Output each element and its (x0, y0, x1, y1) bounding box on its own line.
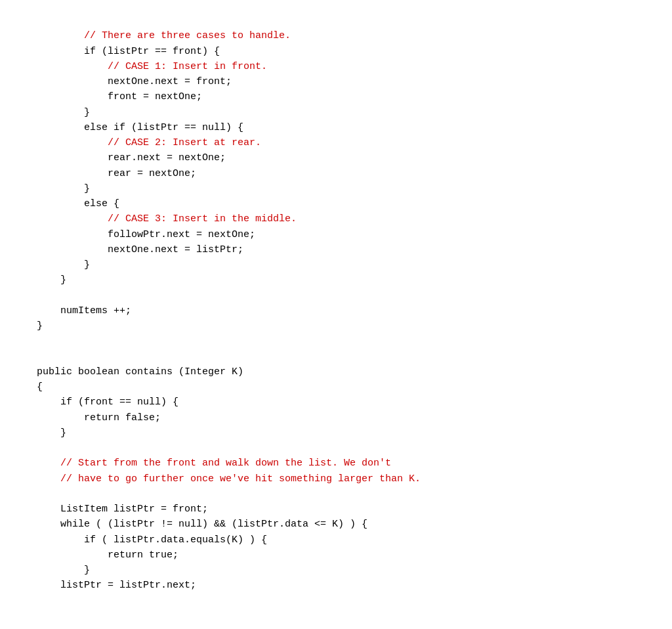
code-line: return false; (13, 410, 659, 425)
code-content: nextOne.next = listPtr; (108, 244, 243, 255)
code-line: } (13, 563, 659, 578)
code-line: } (13, 318, 659, 334)
code-content: listPtr = listPtr.next; (60, 580, 196, 591)
code-line: if (front == null) { (13, 395, 659, 410)
code-indent (13, 473, 60, 485)
code-line (13, 487, 659, 502)
code-line: if (listPtr == front) { (13, 44, 659, 59)
code-content: if ( listPtr.data.equals(K) ) { (84, 534, 267, 546)
code-content: public boolean contains (Integer K) (37, 366, 243, 378)
code-line (13, 349, 659, 364)
code-indent (13, 565, 84, 576)
code-indent (13, 580, 60, 591)
code-indent (13, 305, 60, 316)
code-indent (13, 168, 108, 179)
code-line: rear.next = nextOne; (13, 150, 659, 165)
code-content: // CASE 3: Insert in the middle. (108, 213, 297, 225)
code-content: } (84, 259, 90, 271)
code-content: // CASE 2: Insert at rear. (108, 137, 261, 148)
code-line: // CASE 2: Insert at rear. (13, 135, 659, 150)
code-line (13, 441, 659, 456)
code-line: listPtr = listPtr.next; (13, 578, 659, 593)
code-indent (13, 320, 37, 332)
code-content: if (listPtr == front) { (84, 46, 220, 57)
code-line: followPtr.next = nextOne; (13, 227, 659, 242)
code-content: return false; (84, 412, 161, 423)
code-indent (13, 427, 60, 439)
code-line: // There are three cases to handle. (13, 28, 659, 43)
code-indent (13, 259, 84, 271)
code-content: return true; (108, 550, 178, 561)
code-content: } (84, 183, 90, 194)
code-line: nextOne.next = front; (13, 74, 659, 89)
code-line: { (13, 380, 659, 395)
code-content: rear.next = nextOne; (108, 152, 226, 163)
code-indent (13, 244, 108, 255)
code-line: front = nextOne; (13, 89, 659, 104)
code-indent (13, 458, 60, 469)
code-line: // CASE 3: Insert in the middle. (13, 211, 659, 227)
code-indent (13, 122, 84, 133)
code-line: // Start from the front and walk down th… (13, 456, 659, 471)
code-content: ListItem listPtr = front; (60, 504, 208, 515)
code-indent (13, 76, 108, 87)
code-indent (13, 519, 60, 530)
code-indent (13, 274, 60, 286)
code-indent (13, 229, 108, 240)
code-line: } (13, 425, 659, 441)
code-line: else if (listPtr == null) { (13, 120, 659, 135)
code-line: // have to go further once we've hit som… (13, 471, 659, 487)
code-content: } (84, 565, 90, 576)
code-content: nextOne.next = front; (108, 76, 232, 87)
code-indent (13, 381, 37, 393)
code-indent (13, 107, 84, 118)
code-content: front = nextOne; (108, 91, 202, 102)
code-content: // have to go further once we've hit som… (60, 473, 421, 485)
code-line: } (13, 181, 659, 196)
code-content: numItems ++; (60, 305, 131, 316)
code-line: if ( listPtr.data.equals(K) ) { (13, 532, 659, 548)
code-indent (13, 534, 84, 546)
code-line: else { (13, 196, 659, 211)
code-content: // CASE 1: Insert in front. (108, 61, 267, 72)
code-line: nextOne.next = listPtr; (13, 242, 659, 257)
code-line: ListItem listPtr = front; (13, 502, 659, 517)
code-content: followPtr.next = nextOne; (108, 229, 255, 240)
code-content: { (37, 381, 43, 393)
code-line: // CASE 1: Insert in front. (13, 59, 659, 74)
code-content: // There are three cases to handle. (84, 30, 291, 41)
code-line: while ( (listPtr != null) && (listPtr.da… (13, 517, 659, 532)
code-line: } (13, 105, 659, 120)
code-content: else { (84, 198, 119, 209)
code-indent (13, 61, 108, 72)
code-content: } (60, 274, 66, 286)
code-indent (13, 397, 60, 408)
code-indent (13, 366, 37, 378)
code-line: } (13, 257, 659, 272)
code-content: rear = nextOne; (108, 168, 196, 179)
code-content: else if (listPtr == null) { (84, 122, 243, 133)
code-block: // There are three cases to handle. if (… (0, 7, 672, 600)
code-line: public boolean contains (Integer K) (13, 364, 659, 380)
code-line (13, 288, 659, 303)
code-content: } (37, 320, 43, 332)
code-content: // Start from the front and walk down th… (60, 458, 391, 469)
code-line: rear = nextOne; (13, 166, 659, 181)
code-indent (13, 412, 84, 423)
code-line: numItems ++; (13, 303, 659, 318)
code-indent (13, 152, 108, 163)
code-indent (13, 30, 84, 41)
code-indent (13, 198, 84, 209)
code-content: if (front == null) { (60, 397, 178, 408)
code-indent (13, 91, 108, 102)
code-line: } (13, 272, 659, 288)
code-indent (13, 550, 108, 561)
code-content: } (60, 427, 66, 439)
code-line: return true; (13, 548, 659, 563)
code-content: } (84, 107, 90, 118)
code-indent (13, 183, 84, 194)
code-indent (13, 46, 84, 57)
code-indent (13, 213, 108, 225)
code-indent (13, 504, 60, 515)
code-line (13, 334, 659, 349)
